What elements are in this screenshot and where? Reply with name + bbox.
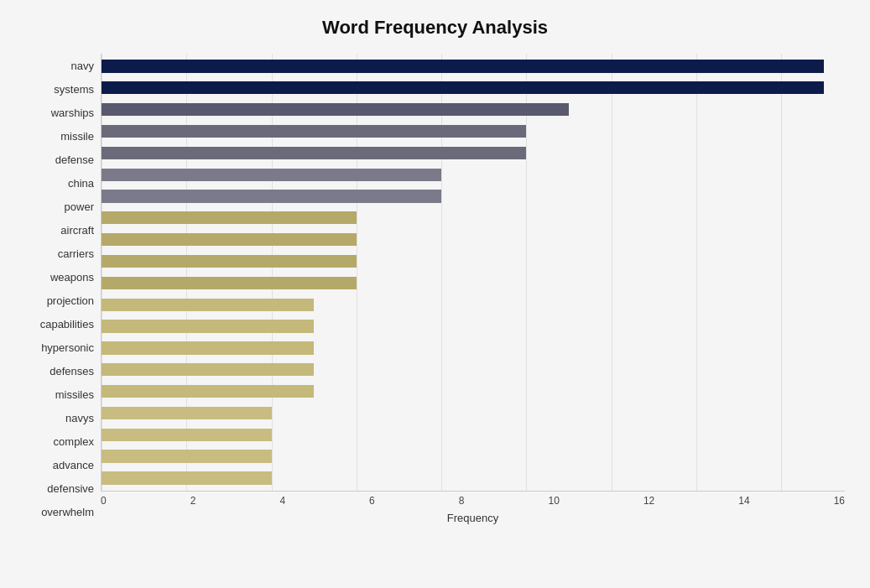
bar [102,429,272,441]
bar [102,471,272,484]
bar-row [102,272,845,294]
bars-section [101,54,845,492]
bar-row [102,467,845,489]
y-label: overwhelm [41,507,94,518]
y-label: systems [54,84,94,95]
x-tick: 10 [549,495,560,507]
chart-title: Word Frequency Analysis [25,17,845,39]
y-label: weapons [50,272,94,283]
bar-row [102,55,845,77]
y-label: china [68,178,94,189]
bar [102,125,526,138]
bar [102,60,824,72]
y-label: defense [55,154,94,165]
x-axis-label: Frequency [101,512,845,524]
bar-row [102,445,845,467]
y-label: capabilities [40,319,94,330]
y-label: carriers [58,248,94,259]
x-tick: 16 [834,495,845,507]
bar [102,299,314,311]
bar [102,320,314,332]
bar [102,341,314,354]
x-tick: 2 [190,495,196,507]
y-axis-labels: navysystemswarshipsmissiledefensechinapo… [25,54,101,524]
x-tick: 12 [643,495,654,507]
bar-row [102,381,845,403]
bar-row [102,229,845,251]
chart-area: navysystemswarshipsmissiledefensechinapo… [25,54,845,524]
bar [102,450,272,462]
bar-row [102,403,845,424]
y-label: complex [54,436,94,447]
x-tick: 0 [101,495,107,507]
x-tick: 8 [459,495,465,507]
bar-row [102,164,845,185]
bar-row [102,142,845,164]
y-label: missile [60,131,94,142]
y-label: warships [51,107,94,118]
bar [102,81,824,94]
bar-row [102,424,845,445]
bar-row [102,121,845,143]
y-label: aircraft [60,225,94,236]
y-label: power [65,201,94,212]
x-axis: 0246810121416 [101,492,845,507]
bar-row [102,207,845,229]
y-label: projection [47,295,94,306]
bar-row [102,99,845,121]
bar [102,211,357,224]
bar-row [102,337,845,359]
bar-row [102,251,845,273]
bar [102,385,314,398]
bar [102,169,441,181]
y-label: defenses [49,366,94,377]
y-label: missiles [55,389,94,400]
y-label: defensive [47,483,94,494]
bar [102,190,441,202]
bars-and-x: 0246810121416 Frequency [101,54,845,524]
x-tick: 4 [279,495,285,507]
x-tick: 6 [369,495,375,507]
bar-row [102,185,845,207]
bar [102,233,357,246]
bar [102,255,357,268]
bar-row [102,294,845,315]
bar-row [102,77,845,99]
y-label: navy [71,60,94,71]
bar [102,277,357,289]
bar-row [102,359,845,381]
bar [102,407,272,419]
bar [102,103,569,116]
y-label: advance [53,460,94,471]
chart-container: Word Frequency Analysis navysystemswarsh… [0,0,870,588]
bar [102,147,526,159]
y-label: hypersonic [41,342,94,353]
bar [102,363,314,376]
y-label: navys [65,413,94,424]
x-tick: 14 [738,495,749,507]
bars-inner [102,54,845,491]
bar-row [102,315,845,337]
